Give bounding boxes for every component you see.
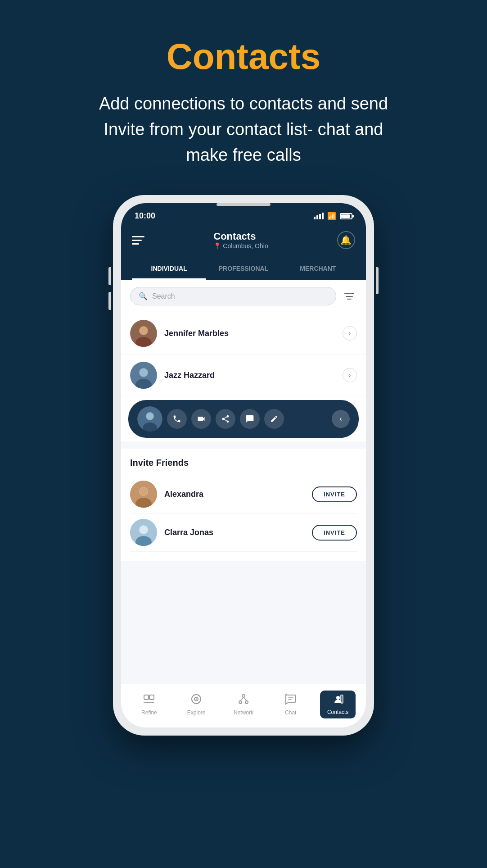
phone-notch	[216, 203, 271, 206]
header-title: Contacts	[213, 231, 256, 242]
nav-label-network: Network	[234, 709, 253, 716]
network-svg	[238, 693, 249, 705]
filter-icon[interactable]	[342, 289, 357, 304]
tab-merchant[interactable]: MERCHANT	[281, 259, 355, 280]
svg-point-22	[140, 526, 148, 534]
signal-bar-2	[316, 215, 318, 219]
action-edit[interactable]	[264, 409, 284, 429]
wifi-icon: 📶	[327, 212, 336, 220]
invite-item-clarra: Clarra Jonas INVITE	[130, 514, 357, 552]
phone-screen: 10:00 📶	[121, 203, 366, 727]
nav-label-refine: Refine	[141, 709, 157, 716]
avatar-jazz	[130, 362, 157, 389]
notification-bell-button[interactable]: 🔔	[337, 231, 355, 249]
tab-professional[interactable]: PROFESSIONAL	[206, 259, 280, 280]
svg-rect-37	[341, 695, 343, 703]
invite-section: Invite Friends Alexandra INVI	[121, 449, 366, 561]
action-phone-call[interactable]	[167, 409, 187, 429]
search-input[interactable]: Search	[152, 292, 175, 300]
signal-bar-1	[314, 217, 316, 219]
svg-rect-24	[149, 695, 154, 700]
video-icon	[197, 414, 206, 423]
svg-point-10	[140, 368, 148, 377]
nav-label-explore: Explore	[187, 709, 206, 716]
explore-svg	[190, 693, 202, 705]
invite-name-alexandra: Alexandra	[164, 490, 312, 499]
phone-side-btn-vol-up	[108, 267, 111, 285]
signal-bar-4	[322, 213, 324, 219]
battery-fill	[341, 214, 350, 218]
phone-icon	[172, 414, 181, 423]
svg-line-33	[244, 697, 247, 701]
tab-individual[interactable]: INDIVIDUAL	[132, 259, 206, 280]
nav-item-chat[interactable]: Chat	[267, 693, 314, 716]
avatar-alexandra-svg	[130, 481, 157, 508]
search-icon: 🔍	[139, 292, 148, 300]
bell-icon: 🔔	[340, 235, 352, 245]
avatar-clarra-svg	[130, 519, 157, 546]
avatar-jennifer	[130, 320, 157, 347]
tabs-row: INDIVIDUAL PROFESSIONAL MERCHANT	[121, 259, 366, 280]
message-icon	[245, 414, 254, 423]
header-location: 📍 Columbus, Ohio	[213, 242, 268, 250]
content-area: 🔍 Search	[121, 280, 366, 684]
invite-name-clarra: Clarra Jonas	[164, 528, 312, 537]
filter-svg	[344, 292, 355, 301]
invite-item-alexandra: Alexandra INVITE	[130, 475, 357, 514]
nav-item-network[interactable]: Network	[220, 693, 267, 716]
svg-line-32	[240, 697, 244, 701]
action-message[interactable]	[240, 409, 260, 429]
nav-item-refine[interactable]: Refine	[126, 693, 173, 716]
contact-name-jennifer: Jennifer Marbles	[164, 329, 343, 338]
nav-item-explore[interactable]: Explore	[173, 693, 220, 716]
location-pin-icon: 📍	[213, 242, 221, 250]
chat-svg	[285, 693, 297, 705]
avatar-jazz-svg	[130, 362, 157, 389]
action-share[interactable]	[216, 409, 235, 429]
avatar-jennifer-svg	[130, 320, 157, 347]
nav-label-contacts: Contacts	[327, 709, 348, 715]
signal-bar-3	[319, 214, 321, 219]
chat-icon	[285, 693, 297, 708]
contacts-list: Jennifer Marbles ›	[121, 313, 366, 441]
status-time: 10:00	[135, 211, 155, 221]
invite-title: Invite Friends	[130, 458, 357, 468]
collapse-button[interactable]: ‹	[332, 410, 350, 428]
phone-side-btn	[376, 267, 379, 294]
signal-bars	[314, 213, 324, 219]
invite-button-alexandra[interactable]: INVITE	[312, 486, 357, 502]
battery-icon	[340, 213, 352, 219]
contact-item-jazz[interactable]: Jazz Hazzard ›	[121, 354, 366, 396]
invite-button-clarra[interactable]: INVITE	[312, 525, 357, 541]
svg-point-30	[239, 701, 242, 704]
hamburger-menu[interactable]	[132, 236, 144, 245]
refine-svg	[143, 693, 155, 705]
nav-item-contacts[interactable]: Contacts	[314, 691, 361, 718]
hamburger-line-2	[132, 240, 142, 241]
hamburger-line-3	[132, 243, 139, 245]
share-icon	[221, 414, 230, 423]
hamburger-line-1	[132, 236, 144, 237]
page-subtitle: Add connections to contacts and send Inv…	[90, 91, 397, 168]
contact-item-jennifer[interactable]: Jennifer Marbles ›	[121, 313, 366, 354]
contact-chevron-jazz[interactable]: ›	[343, 368, 357, 382]
avatar-alexandra	[130, 481, 157, 508]
svg-point-18	[140, 487, 148, 495]
status-right: 📶	[314, 212, 352, 220]
page-title: Contacts	[90, 36, 397, 77]
expanded-contact-row: ‹	[128, 400, 359, 438]
svg-rect-23	[144, 695, 149, 700]
refine-icon	[143, 693, 155, 708]
expanded-avatar-svg	[137, 406, 162, 432]
page-container: Contacts Add connections to contacts and…	[0, 0, 487, 868]
svg-point-6	[140, 327, 148, 335]
search-bar[interactable]: 🔍 Search	[130, 287, 336, 305]
bottom-nav: Refine Explore	[121, 684, 366, 727]
action-video-call[interactable]	[191, 409, 211, 429]
contact-chevron-jennifer[interactable]: ›	[343, 326, 357, 341]
phone-side-btn-vol-down	[108, 292, 111, 310]
contact-name-jazz: Jazz Hazzard	[164, 371, 343, 380]
contacts-active-bg: Contacts	[320, 691, 356, 718]
svg-point-28	[196, 699, 197, 700]
app-header: Contacts 📍 Columbus, Ohio 🔔	[121, 224, 366, 259]
